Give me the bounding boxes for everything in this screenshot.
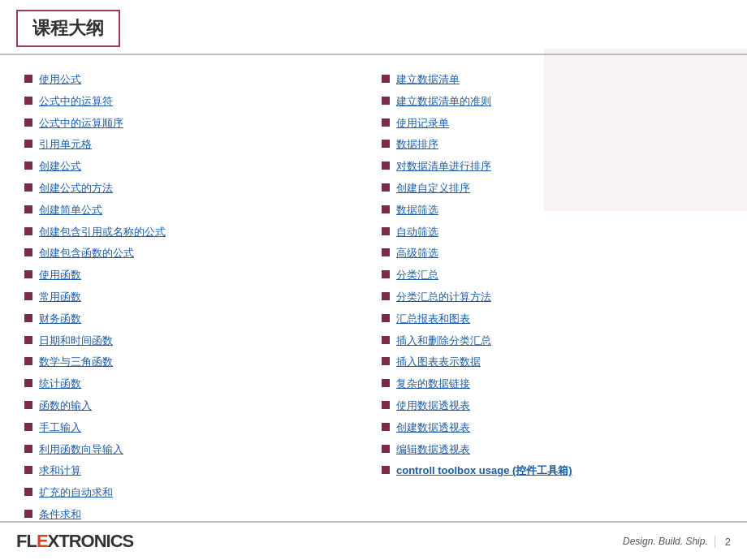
footer-tagline: Design. Build. Ship. <box>623 536 708 547</box>
list-item: 统计函数 <box>24 374 365 394</box>
nav-link[interactable]: 统计函数 <box>39 376 81 393</box>
bullet-icon <box>382 466 390 474</box>
logo-xtronics-part: XTRONICS <box>48 531 134 551</box>
page-number: 2 <box>715 536 731 548</box>
bullet-icon <box>382 205 390 213</box>
list-item: 数据排序 <box>382 135 723 155</box>
company-logo: FLEXTRONICS <box>16 531 133 552</box>
nav-link[interactable]: 数据筛选 <box>396 202 438 219</box>
bullet-icon <box>382 401 390 409</box>
bullet-icon <box>24 97 32 105</box>
bullet-icon <box>382 140 390 148</box>
bullet-icon <box>24 357 32 365</box>
nav-link[interactable]: 编辑数据透视表 <box>396 442 470 459</box>
nav-link[interactable]: 复杂的数据链接 <box>396 376 470 393</box>
page-header: 课程大纲 <box>0 0 747 55</box>
page-title: 课程大纲 <box>32 18 104 38</box>
nav-link[interactable]: 创建公式 <box>39 158 81 175</box>
nav-link[interactable]: 数学与三角函数 <box>39 354 113 371</box>
list-item: 创建包含引用或名称的公式 <box>24 222 365 243</box>
nav-link[interactable]: 分类汇总的计算方法 <box>396 289 491 306</box>
nav-link[interactable]: 创建数据透视表 <box>396 420 470 437</box>
list-item: 插入图表表示数据 <box>382 352 723 373</box>
bullet-icon <box>382 423 390 431</box>
list-item: 分类汇总的计算方法 <box>382 287 723 308</box>
list-item: 对数据清单进行排序 <box>382 157 723 177</box>
nav-link[interactable]: 手工输入 <box>39 420 81 437</box>
bullet-icon <box>24 183 32 192</box>
bullet-icon <box>24 227 32 235</box>
left-column: 使用公式公式中的运算符公式中的运算顺序引用单元格创建公式创建公式的方法创建简单公… <box>24 70 365 518</box>
nav-link[interactable]: 财务函数 <box>39 311 81 328</box>
list-item: 使用函数 <box>24 265 365 286</box>
list-item: 利用函数向导输入 <box>24 440 365 460</box>
logo-text: FLEXTRONICS <box>16 531 133 552</box>
nav-link[interactable]: 使用记录单 <box>396 115 449 132</box>
bullet-icon <box>382 379 390 387</box>
nav-link[interactable]: 扩充的自动求和 <box>39 485 113 502</box>
list-item: 自动筛选 <box>382 222 723 243</box>
nav-link[interactable]: 使用数据透视表 <box>396 398 470 415</box>
nav-link[interactable]: 建立数据清单的准则 <box>396 93 491 110</box>
bullet-icon <box>24 466 32 474</box>
bullet-icon <box>24 248 32 256</box>
nav-link[interactable]: 分类汇总 <box>396 267 438 284</box>
list-item: 使用数据透视表 <box>382 396 723 416</box>
list-item: 使用记录单 <box>382 114 723 134</box>
nav-link[interactable]: controll toolbox usage (控件工具箱) <box>396 463 572 480</box>
list-item: 分类汇总 <box>382 265 723 286</box>
nav-link[interactable]: 创建包含引用或名称的公式 <box>39 224 166 241</box>
list-item: 财务函数 <box>24 309 365 330</box>
nav-link[interactable]: 函数的输入 <box>39 398 92 415</box>
list-item: 数学与三角函数 <box>24 352 365 373</box>
list-item: 编辑数据透视表 <box>382 440 723 460</box>
bullet-icon <box>382 227 390 235</box>
nav-link[interactable]: 自动筛选 <box>396 224 438 241</box>
nav-link[interactable]: 创建包含函数的公式 <box>39 245 134 262</box>
nav-link[interactable]: 创建公式的方法 <box>39 180 113 197</box>
nav-link[interactable]: 使用函数 <box>39 267 81 284</box>
bullet-icon <box>382 118 390 127</box>
bullet-icon <box>382 183 390 192</box>
nav-link[interactable]: 日期和时间函数 <box>39 333 113 350</box>
footer-right: Design. Build. Ship. 2 <box>623 536 731 548</box>
nav-link[interactable]: 建立数据清单 <box>396 71 460 88</box>
list-item: 建立数据清单 <box>382 70 723 90</box>
nav-link[interactable]: 数据排序 <box>396 136 438 153</box>
bullet-icon <box>24 75 32 83</box>
bullet-icon <box>24 118 32 127</box>
nav-link[interactable]: 引用单元格 <box>39 136 92 153</box>
nav-link[interactable]: 对数据清单进行排序 <box>396 158 491 175</box>
list-item: 汇总报表和图表 <box>382 309 723 330</box>
nav-link[interactable]: 插入图表表示数据 <box>396 354 481 371</box>
bullet-icon <box>24 336 32 344</box>
nav-link[interactable]: 插入和删除分类汇总 <box>396 333 491 350</box>
list-item: 创建包含函数的公式 <box>24 243 365 264</box>
bullet-icon <box>382 162 390 170</box>
list-item: 创建公式 <box>24 157 365 177</box>
bullet-icon <box>382 270 390 278</box>
list-item: 扩充的自动求和 <box>24 483 365 503</box>
nav-link[interactable]: 汇总报表和图表 <box>396 311 470 328</box>
logo-flex-part: FL <box>16 531 37 551</box>
list-item: 求和计算 <box>24 461 365 481</box>
nav-link[interactable]: 求和计算 <box>39 463 81 480</box>
nav-link[interactable]: 高级筛选 <box>396 245 438 262</box>
list-item: 创建自定义排序 <box>382 179 723 199</box>
bullet-icon <box>24 401 32 409</box>
nav-link[interactable]: 创建自定义排序 <box>396 180 470 197</box>
nav-link[interactable]: 常用函数 <box>39 289 81 306</box>
bullet-icon <box>24 314 32 322</box>
bullet-icon <box>24 445 32 453</box>
bullet-icon <box>24 488 32 496</box>
bullet-icon <box>24 140 32 148</box>
nav-link[interactable]: 公式中的运算符 <box>39 93 113 110</box>
nav-link[interactable]: 利用函数向导输入 <box>39 442 123 459</box>
title-box: 课程大纲 <box>16 10 120 47</box>
bullet-icon <box>382 248 390 256</box>
nav-link[interactable]: 使用公式 <box>39 71 81 88</box>
nav-link[interactable]: 创建简单公式 <box>39 202 102 219</box>
list-item: 高级筛选 <box>382 243 723 264</box>
bullet-icon <box>24 162 32 170</box>
nav-link[interactable]: 公式中的运算顺序 <box>39 115 123 132</box>
